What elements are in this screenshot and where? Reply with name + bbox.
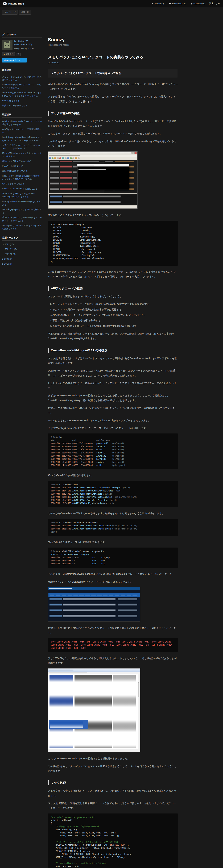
search-window-titlebar	[48, 669, 140, 672]
article-paragraph: フックコードの実装はおおまかに次のようにすればよいでしょう。	[48, 294, 178, 299]
subscription-list-button[interactable]: Subscription list	[169, 2, 186, 5]
article-paragraph: これにより、あるプロセスを別のユーザーのセキュリティコンテキストで実行させること…	[48, 131, 178, 136]
latest-list-item: WinDbg PreviewでTTDデバッグをやってみる	[2, 200, 42, 206]
featured-link[interactable]: Snortを使ってみる	[2, 99, 20, 102]
search-selected-block	[49, 720, 88, 729]
latest-list: Windows Kernel Mode Driverのバッファの受け渡しを理解す…	[2, 120, 42, 230]
archive-list-item: ▶ 2019 (6)	[2, 262, 42, 266]
console-titlebar	[77, 164, 129, 166]
hook-step-item: 書き換える前の命令を使って、本来のCreateProcessWithLogonW…	[53, 323, 178, 328]
latest-link[interactable]: Rustのお勉強を始める	[2, 165, 23, 167]
screenshot-search-results[interactable]	[48, 669, 140, 752]
featured-module: 注目記事 メモリパッチによるAPIフックコードの実装をやってみるWindowsの…	[2, 68, 42, 107]
latest-link[interactable]: APIフックをやってみる	[2, 183, 25, 185]
archive-link[interactable]: ▶ 2019 (6)	[2, 262, 12, 265]
window-control-icons	[131, 152, 137, 154]
profile-id-link[interactable]: DoubleCat256 (id:DoubleCat256)	[14, 40, 32, 45]
featured-list-item: Snortを使ってみる	[2, 99, 42, 102]
subnav-link[interactable]: ブログトップ	[2, 10, 18, 14]
featured-list-item: LoadLibraryとCreateRemoteThreadを使ったDLLインジ…	[2, 91, 42, 97]
featured-module-title: 注目記事	[2, 68, 42, 73]
hatenablog-brand[interactable]: Hatena Blog	[8, 2, 24, 5]
latest-link[interactable]: nimで書かれたバイナリをGhidraで解析する	[2, 208, 41, 214]
star-icon: ★	[4, 53, 5, 55]
archive-module: 月別アーカイブ ▼ 2021 (10)2021 / 12 (2)2021 / 8…	[2, 236, 42, 266]
latest-link[interactable]: Reflective DLL Loaderを実装してみる	[2, 187, 37, 190]
archive-link[interactable]: 2021 / 8 (3)	[5, 253, 15, 255]
section-heading-api-features: CreateProcessWithLogonW APIの特徴点	[48, 348, 178, 353]
latest-list-item: 相対パスでDLLを読み込ませる	[2, 160, 42, 163]
twitter-follow-button[interactable]: @ryzhknsk をフォロー	[2, 58, 27, 62]
featured-link[interactable]: メモリパッチによるAPIフックコードの実装をやってみる	[2, 75, 42, 81]
latest-link[interactable]: 相対パスでDLLを読み込ませる	[2, 160, 31, 162]
hook-step-item: APIの先頭数バイトを、不正な関数へジャンプする命令に書き換える(メモリパッチ)	[53, 313, 178, 317]
screenshot-memory-window[interactable]	[48, 587, 140, 621]
article-paragraph: まずはCreateProcessWithLogonWの特徴点となりそうな点を押さ…	[48, 393, 178, 403]
archive-link[interactable]: ▼ 2021 (10)	[2, 243, 14, 246]
article-paragraph: 不正な関数では、引数の情報をファイルに書き出したりした後、システムが正常に動作を…	[48, 332, 178, 341]
featured-link[interactable]: WindowsのサンドボックスでC2フレームワークを検証する	[2, 84, 41, 89]
reader-status-label: 読者です	[6, 53, 13, 55]
latest-link[interactable]: TransactedなPEのしくみとProcess Doppelgangingを…	[2, 192, 36, 198]
article-paragraph: 特徴点となる機械語が求められればどんな方法でも構いません。今回は練習も兼ねて、W…	[48, 406, 178, 415]
subnav-link[interactable]: 記事一覧	[19, 10, 31, 14]
featured-link[interactable]: LoadLibraryとCreateRemoteThreadを使ったDLLインジ…	[2, 92, 42, 97]
entry-box-heading: メモリパッチによるAPIフックコードの実装をやってみる	[48, 69, 178, 78]
hook-step-item: ターゲットプロセスのメモリ空間からCreateProcessWithLogonW…	[53, 302, 178, 306]
featured-link[interactable]: 数独ソルバーを作ってみる	[2, 104, 27, 107]
article-paragraph: 今回は勉強のため、FridaやMicrosoft Detoursなどの便利なライ…	[48, 82, 178, 92]
global-navbar: B Hatena Blog New Entry Subscription lis…	[0, 0, 223, 7]
blog-subnav: ブログトップ記事一覧	[0, 7, 223, 14]
hatenablog-logo-icon[interactable]: B	[3, 2, 7, 5]
entry: メモリパッチによるAPIフックコードの実装をやってみる 2020-02-29 メ…	[48, 55, 178, 868]
latest-list-item: Linuxのstraceを使ってみる	[2, 169, 42, 173]
main-column: Snoozy I keep reducing notices メモリパッチによる…	[48, 33, 178, 868]
blog-title[interactable]: Snoozy	[48, 37, 65, 42]
article-paragraph: フック処理するプログラムをDLLとして用意し、これをターゲットプロセスへDLLイ…	[48, 94, 178, 104]
code-block-hook-implementation: // CreateProcessWithLogonW をフックするvoid in…	[48, 813, 178, 868]
latest-list-item: GolangバイナリのBuildIDからビルド環境を推測してみる	[2, 224, 42, 230]
latest-link[interactable]: WinDbg PreviewでTTDデバッグをやってみる	[2, 200, 41, 206]
latest-link[interactable]: GolangバイナリのBuildIDからビルド環境を推測してみる	[2, 224, 41, 230]
latest-list-item: LoadLibraryとCreateRemoteThreadを使ったDLLインジ…	[2, 136, 42, 142]
latest-link[interactable]: Linuxのstraceを使ってみる	[2, 170, 28, 172]
entry-date[interactable]: 2020-02-29	[48, 61, 178, 64]
archive-link[interactable]: ▶ 2020 (8)	[2, 258, 12, 260]
archive-link[interactable]: 2021 / 12 (2)	[5, 248, 17, 250]
latest-link[interactable]: ブラウザがダウンロードしたファイルをキャッシュから取り出す	[2, 144, 40, 150]
list-icon	[169, 3, 171, 4]
reader-status-badge[interactable]: ★読者です	[2, 52, 15, 56]
blog-subtitle: I keep reducing notices	[48, 44, 178, 46]
screenshot-debugger-console[interactable]	[48, 151, 137, 209]
console-body	[77, 166, 129, 190]
article-paragraph: この3番目のパラメータとしてパスワードが平文のまま渡されるため、この関数をフック…	[48, 270, 178, 279]
latest-module: 最新記事 Windows Kernel Mode Driverのバッファの受け渡…	[2, 113, 42, 230]
article-paragraph: MSDNによるとこのAPIのプロトタイプは次のようになっています。	[48, 213, 178, 218]
article-paragraph: これでCreateProcessWithLogonWの特徴点となる機械語がきまり…	[48, 756, 178, 761]
latest-link[interactable]: WinDbgでカーネルデバッグ環境を構築する	[2, 128, 41, 134]
pen-icon	[152, 3, 154, 4]
new-entry-button[interactable]: New Entry	[152, 2, 164, 5]
new-entry-label: New Entry	[155, 2, 164, 5]
notifications-button[interactable]: Notifications	[191, 2, 205, 5]
article-paragraph: 続いてADVAPI32内の関数を列挙します。	[48, 473, 178, 478]
spawned-console-window	[77, 164, 129, 190]
latest-link[interactable]: LoadLibraryとCreateRemoteThreadを使ったDLLインジ…	[2, 136, 42, 142]
search-results-body	[49, 675, 138, 749]
code-block-feature-bytes: 0x4c ,0x8b ,0xdc ,0x53 ,0x56 ,0x57 ,0x41…	[48, 638, 178, 652]
article-paragraph: MemoryウィンドウとDisassemblyウィンドウでこの周辺を確認してみま…	[48, 580, 178, 584]
latest-link[interactable]: 怪しいOfficeドキュメントをサンドボックスで解析する	[2, 152, 41, 158]
latest-list-item: RustバイナリにおけるRustコードの判別とライブラリ解析をやってみる	[2, 174, 42, 181]
article-paragraph: これにより、CreateProcessWithLogonWはアドレス 00007…	[48, 572, 178, 576]
article-paragraph: 先頭の機械語を逆アセンブルして確認しておきます。	[48, 540, 178, 545]
latest-link[interactable]: 手元のIDAでバイナリのデバッグとアンチデバッグをやってみる	[2, 216, 42, 222]
avatar[interactable]	[2, 40, 12, 50]
latest-list-item: Windows Kernel Mode Driverのバッファの受け渡しを理解す…	[2, 120, 42, 126]
scrollbar-thumb	[138, 682, 139, 697]
subscribe-button[interactable]: 読者になる	[209, 2, 220, 5]
entry-title[interactable]: メモリパッチによるAPIフックコードの実装をやってみる	[48, 55, 143, 59]
article-paragraph: フック処理を行う前に、まずはターゲットプロセスのメモリ空間内にあるCreateP…	[48, 356, 178, 366]
latest-link[interactable]: RustバイナリにおけるRustコードの判別とライブラリ解析をやってみる	[2, 175, 40, 180]
subscription-list-label: Subscription list	[172, 2, 186, 5]
latest-link[interactable]: Windows Kernel Mode Driverのバッファの受け渡しを理解す…	[2, 120, 42, 126]
